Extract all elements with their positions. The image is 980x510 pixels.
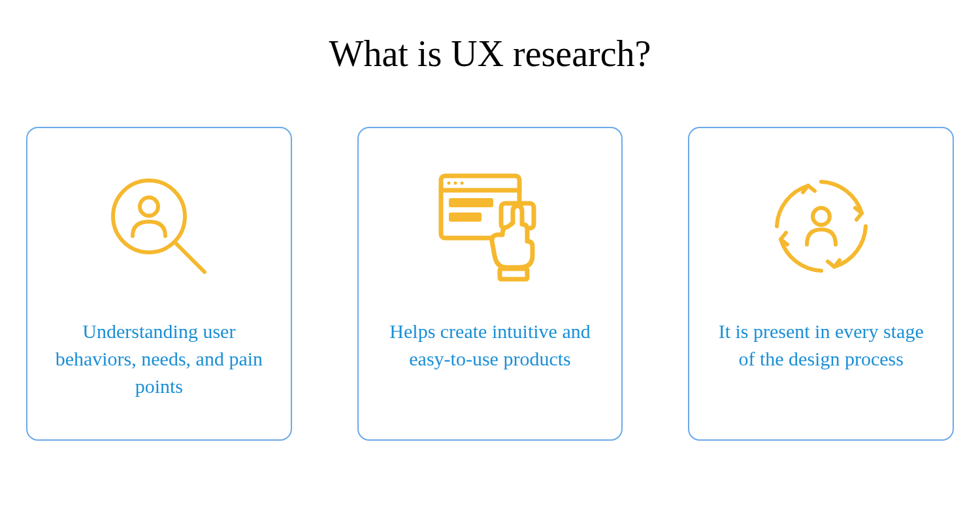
card-text: It is present in every stage of the desi…	[709, 318, 933, 373]
page-title: What is UX research?	[20, 33, 960, 75]
cards-row: Understanding user behaviors, needs, and…	[20, 127, 960, 441]
card-text: Understanding user behaviors, needs, and…	[47, 318, 271, 400]
svg-point-6	[454, 182, 457, 185]
svg-rect-11	[500, 269, 527, 279]
svg-rect-8	[449, 198, 493, 207]
svg-point-2	[140, 197, 158, 216]
search-user-icon	[103, 161, 214, 292]
card-process: It is present in every stage of the desi…	[688, 127, 954, 441]
svg-line-1	[176, 244, 204, 272]
touch-interface-icon	[428, 161, 552, 292]
user-cycle-icon	[762, 161, 880, 292]
card-intuitive: Helps create intuitive and easy-to-use p…	[357, 127, 623, 441]
svg-point-12	[813, 208, 830, 225]
svg-rect-9	[449, 212, 482, 222]
svg-point-5	[448, 182, 451, 185]
svg-point-7	[461, 182, 464, 185]
card-understanding: Understanding user behaviors, needs, and…	[26, 127, 292, 441]
card-text: Helps create intuitive and easy-to-use p…	[378, 318, 602, 373]
